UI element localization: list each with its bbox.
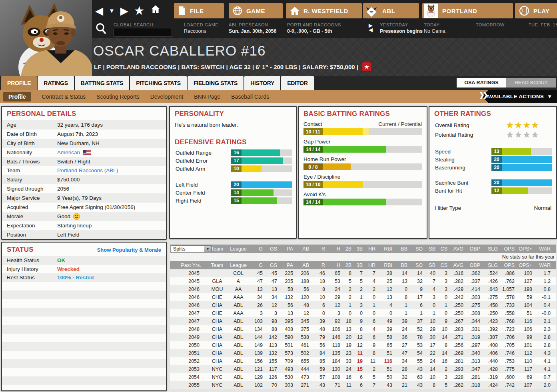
tab-profile[interactable]: PROFILE [1, 76, 37, 90]
menu-button-game[interactable]: GAME [229, 3, 283, 18]
col-header-rbi[interactable]: RBI [377, 245, 394, 253]
stat-cell: 65 [377, 341, 394, 349]
col-header-2b[interactable]: 2B [342, 245, 353, 253]
menu-button-label: ABL [382, 8, 395, 14]
subtab-profile[interactable]: Profile [3, 92, 31, 101]
col-header-h[interactable]: H [327, 261, 342, 269]
col-header-gs[interactable]: GS [264, 245, 279, 253]
col-header-3b[interactable]: 3B [353, 261, 364, 269]
stat-cell: .347 [465, 365, 482, 373]
stat-cell: 14 [394, 269, 409, 277]
back-icon[interactable]: ◀ [95, 4, 103, 18]
col-header-3b[interactable]: 3B [353, 245, 364, 253]
col-header-slg[interactable]: SLG [482, 261, 499, 269]
detail-link[interactable]: American [57, 149, 80, 155]
stat-cell: 24 [327, 285, 342, 293]
status-row-rest-status: Rest Status100% - Rested [2, 273, 166, 282]
col-header-h[interactable]: H [327, 245, 342, 253]
subtab-bnn-page[interactable]: BNN Page [194, 94, 220, 100]
col-header-hr[interactable]: HR [364, 261, 377, 269]
col-header-bb[interactable]: BB [394, 261, 409, 269]
col-header-sb[interactable]: SB [424, 261, 437, 269]
rating-row-baserunning: Baserunning20 [429, 163, 556, 171]
col-header-r[interactable]: R [311, 245, 327, 253]
detail-row-bats-throws: Bats / ThrowsSwitch / Right [2, 157, 166, 166]
col-header-avg[interactable]: AVG [449, 261, 465, 269]
stat-cell: 375 [295, 325, 311, 333]
stat-cell: 2 [342, 293, 353, 301]
menu-button-manager[interactable]: R. WESTFIELD [286, 3, 362, 18]
col-header-team[interactable]: Team [207, 261, 228, 269]
home-icon[interactable] [150, 4, 161, 18]
col-header-obp[interactable]: OBP [465, 245, 482, 253]
col-header-opsplus[interactable]: OPS+ [516, 261, 534, 269]
col-header-war[interactable]: WAR [534, 261, 556, 269]
tab-fielding-stats[interactable]: FIELDING STATS [188, 76, 244, 90]
subtab-development[interactable]: Development [150, 94, 184, 100]
tab-ratings[interactable]: RATINGS [38, 76, 74, 90]
menu-button-file[interactable]: FILE [174, 3, 224, 18]
stat-cell: 20 [342, 333, 353, 341]
stat-cell: 17 [409, 293, 424, 301]
available-actions-button[interactable]: AVAILABLE ACTIONS ▼ [482, 90, 557, 103]
show-popularity-link[interactable]: Show Popularity & Morale [97, 247, 161, 253]
rating-label: Outfield Error [176, 158, 231, 164]
global-search-input[interactable] [114, 28, 172, 37]
defensive-ratings-group2: Left Field20Center Field14Right Field15 [170, 181, 296, 205]
col-header-g[interactable]: G [249, 261, 264, 269]
col-header-war[interactable]: WAR [534, 245, 556, 253]
detail-link[interactable]: Portland Raccoons (ABL) [57, 167, 118, 173]
col-header-sb[interactable]: SB [424, 245, 437, 253]
col-header-hr[interactable]: HR [364, 245, 377, 253]
col-header-opsplus[interactable]: OPS+ [516, 245, 534, 253]
subtab-scouting-reports[interactable]: Scouting Reports [96, 94, 139, 100]
tab-batting-stats[interactable]: BATTING STATS [75, 76, 129, 90]
col-header-gs[interactable]: GS [264, 261, 279, 269]
subtab-baseball-cards[interactable]: Baseball Cards [231, 94, 269, 100]
col-header-obp[interactable]: OBP [465, 261, 482, 269]
col-header-avg[interactable]: AVG [449, 245, 465, 253]
col-header-g[interactable]: G [249, 245, 264, 253]
toggle-osa-ratings[interactable]: OSA RATINGS [457, 78, 506, 88]
loaded-game-label: LOADED GAME: [184, 22, 220, 27]
col-header-r[interactable]: R [311, 261, 327, 269]
menu-button-play[interactable]: PLAY [515, 3, 557, 18]
col-header-ops[interactable]: OPS [499, 261, 516, 269]
col-header-so[interactable]: SO [409, 245, 424, 253]
col-header-ops[interactable]: OPS [499, 245, 516, 253]
tab-history[interactable]: HISTORY [244, 76, 280, 90]
menu-button-league[interactable]: ABL [363, 3, 419, 18]
menu-button-team[interactable]: PORTLAND [422, 3, 513, 18]
col-header-pa[interactable]: PA [279, 261, 295, 269]
search-icon[interactable] [95, 22, 107, 37]
col-header-league[interactable]: League [228, 261, 249, 269]
col-header-2b[interactable]: 2B [342, 261, 353, 269]
col-header-so[interactable]: SO [409, 261, 424, 269]
col-header-bb[interactable]: BB [394, 245, 409, 253]
subtab-contract-status[interactable]: Contract & Status [42, 94, 86, 100]
col-header-rbi[interactable]: RBI [377, 261, 394, 269]
stat-cell: 6 [353, 373, 364, 381]
stat-league: ABL [228, 381, 249, 389]
forward-icon[interactable]: ▶ [120, 4, 128, 18]
stat-cell: .319 [482, 373, 499, 381]
col-header-cs[interactable]: CS [437, 261, 449, 269]
tab-editor[interactable]: EDITOR [281, 76, 313, 90]
col-header-ab[interactable]: AB [295, 261, 311, 269]
toggle-head-scout[interactable]: HEAD SCOUT [506, 78, 556, 88]
col-header-cs[interactable]: CS [437, 245, 449, 253]
day-nav-arrows[interactable]: ▶◀ [369, 23, 373, 32]
tab-pitching-stats[interactable]: PITCHING STATS [130, 76, 187, 90]
col-header-pa[interactable]: PA [279, 245, 295, 253]
stat-cell: 106 [327, 325, 342, 333]
stat-cell: 4 [424, 285, 437, 293]
status-empty-row [2, 368, 166, 377]
dropdown-icon[interactable]: ▼ [109, 4, 115, 18]
col-header-league[interactable]: League [228, 245, 249, 253]
stat-cell: 538 [295, 333, 311, 341]
col-header-ab[interactable]: AB [295, 245, 311, 253]
stat-league: ABL [228, 325, 249, 333]
splits-dropdown[interactable]: Splits▾ [171, 245, 212, 252]
col-header-slg[interactable]: SLG [482, 245, 499, 253]
favorite-icon[interactable]: ★ [134, 4, 145, 18]
